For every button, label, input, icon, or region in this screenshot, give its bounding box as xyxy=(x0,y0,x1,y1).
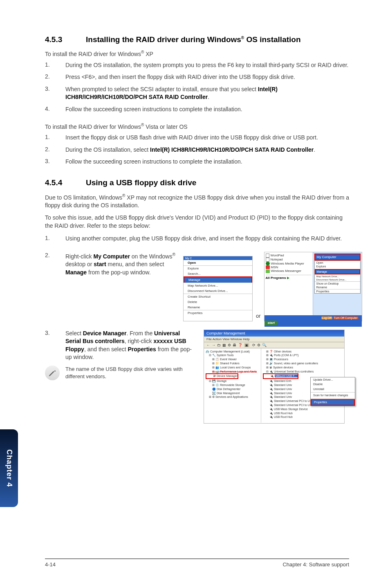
device-manager-node[interactable]: 🖳 Device Manager xyxy=(206,373,238,379)
list-item: 1.Insert the floppy disk or USB flash dr… xyxy=(45,134,349,142)
list-item: 2.Press <F6>, and then insert the floppy… xyxy=(45,73,349,81)
list-item: 2.During the OS installation, select Int… xyxy=(45,146,349,154)
list-item: 3.Follow the succeeding screen instructi… xyxy=(45,158,349,166)
manage-menu-item[interactable]: Manage xyxy=(184,276,252,283)
screenshot-start-menu: WordPad Notepad Windows Media Player MSN… xyxy=(264,252,362,321)
step-1: 1.Using another computer, plug the USB f… xyxy=(45,235,349,243)
p454-2: To solve this issue, add the USB floppy … xyxy=(45,214,349,230)
chapter-label: Chapter 4: Software support xyxy=(282,561,349,568)
screenshot-mycomputer-menu: My C Open Explore Search... Manage Map N… xyxy=(183,256,253,321)
or-label: or xyxy=(253,313,264,319)
xp-steps: 1.During the OS installation, the system… xyxy=(45,61,349,114)
note-box: The name of the USB floppy disk drive va… xyxy=(45,366,196,380)
list-item: 3.When prompted to select the SCSI adapt… xyxy=(45,85,349,101)
usb-floppy-node[interactable]: 🔌 Mitsumi USB F... xyxy=(263,373,298,379)
start-manage[interactable]: Manage xyxy=(315,269,360,274)
vista-steps: 1.Insert the floppy disk or USB flash dr… xyxy=(45,134,349,166)
list-item: 4.Follow the succeeding screen instructi… xyxy=(45,105,349,114)
intro-vista: To install the RAID driver for Windows® … xyxy=(45,123,349,130)
screenshot-computer-management: Computer Management File Action View Win… xyxy=(204,330,345,424)
heading-453: 4.5.3Installing the RAID driver during W… xyxy=(45,35,349,44)
page-footer: 4-14 Chapter 4: Software support xyxy=(45,559,349,568)
note-icon xyxy=(45,366,60,380)
step-2: 2. Right-click My Computer on the Window… xyxy=(45,252,176,276)
p454-1: Due to OS limitation, Windows® XP may no… xyxy=(45,193,349,210)
properties-menu-item[interactable]: Properties xyxy=(311,399,355,406)
intro-xp: To install the RAID driver for Windows® … xyxy=(45,50,349,57)
context-menu: Update Driver... Disable Uninstall Scan … xyxy=(310,377,355,406)
heading-454: 4.5.4Using a USB floppy disk drive xyxy=(45,178,349,187)
step-3: 3. Select Device Manager. From the Unive… xyxy=(45,330,196,361)
chapter-tab: Chapter 4 xyxy=(0,429,18,507)
list-item: 1.During the OS installation, the system… xyxy=(45,61,349,70)
start-mycomputer[interactable]: My Computer xyxy=(314,254,361,260)
page-number: 4-14 xyxy=(45,561,56,568)
